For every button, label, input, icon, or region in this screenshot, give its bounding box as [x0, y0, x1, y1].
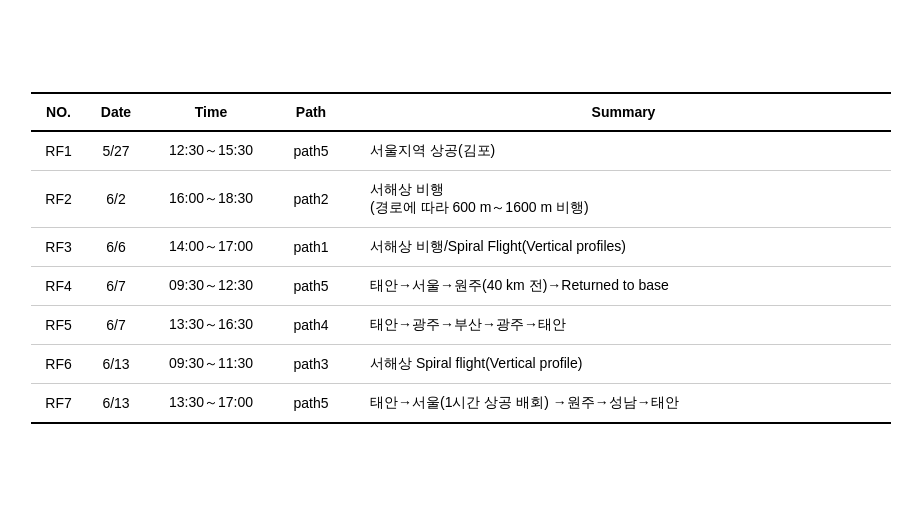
cell-no: RF3	[31, 227, 86, 266]
cell-no: RF5	[31, 305, 86, 344]
cell-date: 6/6	[86, 227, 146, 266]
cell-date: 5/27	[86, 131, 146, 171]
cell-time: 16:00～18:30	[146, 170, 276, 227]
cell-path: path1	[276, 227, 346, 266]
header-time: Time	[146, 93, 276, 131]
cell-time: 13:30～16:30	[146, 305, 276, 344]
cell-path: path5	[276, 131, 346, 171]
header-summary: Summary	[346, 93, 891, 131]
cell-path: path2	[276, 170, 346, 227]
table-row: RF7 6/13 13:30～17:00 path5 태안→서울(1시간 상공 …	[31, 383, 891, 423]
table-row: RF1 5/27 12:30～15:30 path5 서울지역 상공(김포)	[31, 131, 891, 171]
table-row: RF6 6/13 09:30～11:30 path3 서해상 Spiral fl…	[31, 344, 891, 383]
cell-date: 6/13	[86, 383, 146, 423]
table-row: RF5 6/7 13:30～16:30 path4 태안→광주→부산→광주→태안	[31, 305, 891, 344]
table-container: NO. Date Time Path Summary RF1 5/27 12:3…	[31, 92, 891, 424]
cell-date: 6/7	[86, 305, 146, 344]
cell-path: path3	[276, 344, 346, 383]
cell-date: 6/2	[86, 170, 146, 227]
header-date: Date	[86, 93, 146, 131]
cell-summary: 태안→서울(1시간 상공 배회) →원주→성남→태안	[346, 383, 891, 423]
cell-no: RF6	[31, 344, 86, 383]
cell-time: 12:30～15:30	[146, 131, 276, 171]
cell-time: 14:00～17:00	[146, 227, 276, 266]
cell-no: RF2	[31, 170, 86, 227]
table-row: RF3 6/6 14:00～17:00 path1 서해상 비행/Spiral …	[31, 227, 891, 266]
flight-table: NO. Date Time Path Summary RF1 5/27 12:3…	[31, 92, 891, 424]
cell-path: path4	[276, 305, 346, 344]
cell-path: path5	[276, 383, 346, 423]
cell-no: RF7	[31, 383, 86, 423]
cell-path: path5	[276, 266, 346, 305]
cell-time: 13:30～17:00	[146, 383, 276, 423]
cell-summary: 서해상 Spiral flight(Vertical profile)	[346, 344, 891, 383]
cell-time: 09:30～12:30	[146, 266, 276, 305]
cell-no: RF4	[31, 266, 86, 305]
cell-time: 09:30～11:30	[146, 344, 276, 383]
table-row: RF2 6/2 16:00～18:30 path2 서해상 비행(경로에 따라 …	[31, 170, 891, 227]
header-path: Path	[276, 93, 346, 131]
cell-summary: 태안→서울→원주(40 km 전)→Returned to base	[346, 266, 891, 305]
cell-no: RF1	[31, 131, 86, 171]
cell-date: 6/13	[86, 344, 146, 383]
header-no: NO.	[31, 93, 86, 131]
cell-summary: 서해상 비행(경로에 따라 600 m～1600 m 비행)	[346, 170, 891, 227]
cell-summary: 서해상 비행/Spiral Flight(Vertical profiles)	[346, 227, 891, 266]
table-header-row: NO. Date Time Path Summary	[31, 93, 891, 131]
cell-summary: 태안→광주→부산→광주→태안	[346, 305, 891, 344]
cell-date: 6/7	[86, 266, 146, 305]
table-row: RF4 6/7 09:30～12:30 path5 태안→서울→원주(40 km…	[31, 266, 891, 305]
cell-summary: 서울지역 상공(김포)	[346, 131, 891, 171]
